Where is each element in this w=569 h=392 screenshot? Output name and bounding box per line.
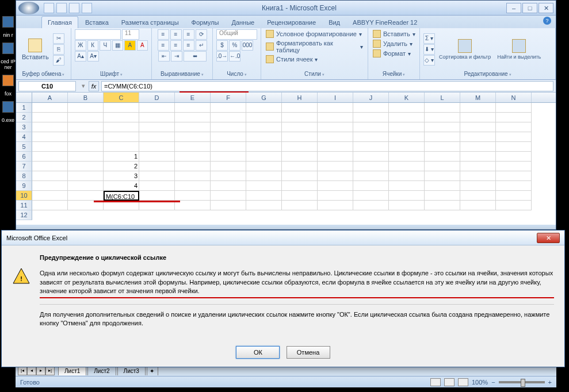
tab-insert[interactable]: Вставка <box>79 17 114 28</box>
cell[interactable] <box>496 191 532 201</box>
format-painter-icon[interactable]: 🖌 <box>53 55 64 66</box>
cell[interactable] <box>496 181 532 191</box>
cell[interactable] <box>139 122 175 132</box>
cell[interactable] <box>389 113 425 122</box>
align-bottom-icon[interactable]: ≡ <box>183 29 194 40</box>
cell[interactable] <box>425 142 460 152</box>
cell[interactable] <box>282 181 318 191</box>
redo-icon[interactable] <box>69 3 79 13</box>
align-middle-icon[interactable]: ≡ <box>170 29 182 40</box>
shrink-font-icon[interactable]: A▾ <box>87 51 99 62</box>
cell[interactable] <box>460 132 496 142</box>
zoom-out-icon[interactable]: − <box>491 379 495 386</box>
undo-icon[interactable] <box>56 3 67 13</box>
cell[interactable] <box>496 103 532 113</box>
cell[interactable] <box>353 103 389 113</box>
decrease-indent-icon[interactable]: ⇤ <box>158 51 170 62</box>
formula-input[interactable]: =СУММ(C6:C10) <box>101 81 553 91</box>
cell[interactable] <box>32 113 68 122</box>
cell[interactable] <box>246 191 282 201</box>
cell[interactable] <box>460 113 496 122</box>
cell[interactable] <box>211 113 246 122</box>
cell[interactable] <box>175 122 211 132</box>
qat-more-icon[interactable] <box>82 3 92 13</box>
wrap-text-icon[interactable]: ↵ <box>196 40 207 51</box>
cell[interactable] <box>496 201 532 210</box>
font-color-button[interactable]: A <box>137 40 148 51</box>
increase-indent-icon[interactable]: ⇥ <box>171 51 182 62</box>
cell[interactable] <box>139 142 175 152</box>
cell[interactable] <box>318 162 353 171</box>
cell-styles-button[interactable]: Стили ячеек ▾ <box>265 55 319 64</box>
cell[interactable] <box>175 152 211 162</box>
cell[interactable] <box>32 171 68 181</box>
cell[interactable] <box>318 152 353 162</box>
col-header[interactable]: B <box>68 93 104 102</box>
col-header[interactable]: J <box>353 93 389 102</box>
normal-view-icon[interactable] <box>430 378 441 386</box>
cell[interactable] <box>282 191 318 201</box>
select-all-corner[interactable] <box>16 93 32 102</box>
office-button[interactable] <box>18 2 39 14</box>
cell[interactable] <box>496 132 532 142</box>
col-header[interactable]: G <box>246 93 282 102</box>
cell[interactable] <box>104 113 139 122</box>
cell[interactable] <box>32 181 68 191</box>
cell[interactable] <box>353 132 389 142</box>
zoom-in-icon[interactable]: + <box>548 379 552 386</box>
cell[interactable] <box>389 181 425 191</box>
cut-icon[interactable]: ✂ <box>53 33 64 44</box>
cell[interactable] <box>211 171 246 181</box>
cell[interactable] <box>32 142 68 152</box>
cell[interactable] <box>246 181 282 191</box>
cell[interactable] <box>318 142 353 152</box>
cell[interactable] <box>32 162 68 171</box>
cell[interactable] <box>496 152 532 162</box>
cell[interactable] <box>139 152 175 162</box>
cell[interactable] <box>246 201 282 210</box>
col-header[interactable]: E <box>175 93 211 102</box>
cell[interactable] <box>460 142 496 152</box>
cell[interactable] <box>460 191 496 201</box>
cell[interactable] <box>353 113 389 122</box>
cell[interactable] <box>32 152 68 162</box>
orientation-icon[interactable]: ⟳ <box>196 29 207 40</box>
cell-c10-active[interactable]: М(C6:C10 <box>104 191 139 201</box>
cell[interactable] <box>246 152 282 162</box>
cell[interactable] <box>389 162 425 171</box>
cell[interactable] <box>353 191 389 201</box>
cell[interactable] <box>282 201 318 210</box>
cell[interactable] <box>460 103 496 113</box>
cell[interactable] <box>175 191 211 201</box>
cell[interactable] <box>246 171 282 181</box>
cell[interactable] <box>496 142 532 152</box>
cell[interactable] <box>139 162 175 171</box>
minimize-button[interactable]: – <box>506 3 521 13</box>
conditional-formatting-button[interactable]: Условное форматирование ▾ <box>265 29 363 39</box>
cell[interactable] <box>32 201 68 210</box>
cell[interactable] <box>460 181 496 191</box>
row-header[interactable]: 3 <box>16 122 32 132</box>
cell[interactable] <box>175 132 211 142</box>
tab-formulas[interactable]: Формулы <box>186 17 225 28</box>
cell[interactable] <box>318 181 353 191</box>
cell[interactable] <box>425 122 460 132</box>
paste-button[interactable]: Вставить <box>20 37 51 62</box>
row-header[interactable]: 12 <box>16 210 32 220</box>
help-icon[interactable]: ? <box>543 17 551 25</box>
cell[interactable] <box>104 122 139 132</box>
cell[interactable] <box>68 103 104 113</box>
sort-filter-button[interactable]: Сортировка и фильтр <box>437 38 493 61</box>
tab-data[interactable]: Данные <box>226 17 260 28</box>
cell[interactable] <box>68 152 104 162</box>
cell[interactable] <box>211 162 246 171</box>
cell[interactable] <box>139 103 175 113</box>
delete-cells-button[interactable]: Удалить ▾ <box>372 39 414 48</box>
cell[interactable] <box>425 171 460 181</box>
cell[interactable] <box>175 162 211 171</box>
cell[interactable] <box>282 103 318 113</box>
row-header[interactable]: 4 <box>16 132 32 142</box>
cell[interactable] <box>139 113 175 122</box>
cell[interactable] <box>389 171 425 181</box>
col-header[interactable]: A <box>32 93 68 102</box>
